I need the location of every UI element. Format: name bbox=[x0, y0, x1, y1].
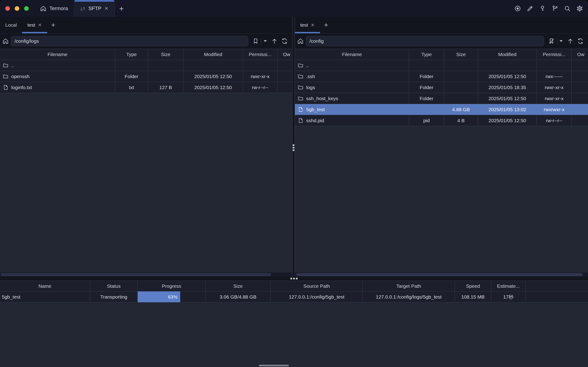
col-owner[interactable]: Ow bbox=[572, 49, 588, 60]
tab-test-label: test bbox=[27, 22, 35, 28]
key-icon bbox=[539, 5, 546, 12]
search-button[interactable] bbox=[564, 5, 571, 12]
path-value: /config bbox=[309, 38, 324, 44]
folder-icon bbox=[298, 84, 303, 90]
bookmark-dropdown-caret[interactable] bbox=[264, 40, 267, 42]
keychain-button[interactable] bbox=[551, 5, 559, 12]
col-status[interactable]: Status bbox=[90, 281, 138, 291]
col-modified[interactable]: Modified bbox=[478, 49, 537, 60]
file-row[interactable]: sshd.pid pid 4 B 2025/01/05 12:50 rw-r--… bbox=[295, 115, 588, 126]
app-tab-label: Termora bbox=[49, 6, 68, 11]
sftp-tab-close-icon[interactable]: ✕ bbox=[104, 6, 109, 11]
file-row-selected[interactable]: 5gb_test 4.88 GB 2025/01/05 13:02 rwxrwx… bbox=[295, 104, 588, 115]
right-horizontal-scrollbar[interactable] bbox=[295, 272, 588, 276]
tab-test-right[interactable]: test ✕ bbox=[295, 17, 320, 33]
col-size[interactable]: Size bbox=[148, 49, 183, 60]
tab-close-icon[interactable]: ✕ bbox=[311, 22, 315, 28]
sftp-tab-label: SFTP bbox=[88, 6, 101, 11]
tab-local[interactable]: Local bbox=[0, 17, 22, 33]
tab-test-left[interactable]: test ✕ bbox=[22, 17, 47, 33]
sftp-arrows-icon: ↓↑ bbox=[80, 6, 85, 12]
zoom-window-button[interactable] bbox=[24, 6, 29, 11]
refresh-icon[interactable] bbox=[577, 38, 584, 45]
add-pane-tab-button[interactable]: + bbox=[320, 17, 332, 33]
col-size[interactable]: Size bbox=[205, 281, 271, 291]
file-row[interactable]: loginfo.txt txt 127 B 2025/01/05 12:50 r… bbox=[0, 82, 292, 93]
file-icon bbox=[298, 117, 303, 123]
keychain-icon bbox=[552, 5, 558, 12]
path-input[interactable]: /config bbox=[306, 36, 544, 46]
col-size[interactable]: Size bbox=[444, 49, 478, 60]
titlebar: Termora ↓↑ SFTP ✕ + bbox=[0, 0, 588, 17]
file-table-header: Filename Type Size Modified Permissi... … bbox=[295, 49, 588, 60]
file-row[interactable]: .. bbox=[0, 60, 292, 71]
file-icon bbox=[298, 107, 303, 112]
new-tab-button[interactable]: + bbox=[115, 5, 128, 12]
left-pane: Local test ✕ + /config/logs bbox=[0, 17, 292, 276]
col-progress[interactable]: Progress bbox=[138, 281, 205, 291]
col-filename[interactable]: Filename bbox=[295, 49, 409, 60]
tab-sftp[interactable]: ↓↑ SFTP ✕ bbox=[74, 0, 115, 17]
left-file-table: Filename Type Size Modified Permissi... … bbox=[0, 49, 292, 93]
file-row[interactable]: .ssh Folder 2025/01/05 12:50 rwx------ bbox=[295, 71, 588, 82]
transfer-panel-splitter[interactable] bbox=[0, 276, 588, 281]
edit-icon bbox=[527, 5, 534, 12]
right-path-actions bbox=[544, 38, 588, 45]
file-icon bbox=[3, 84, 9, 90]
tab-test-label: test bbox=[300, 22, 308, 28]
settings-icon bbox=[576, 5, 583, 12]
path-input[interactable]: /config/logs bbox=[11, 36, 248, 46]
key-button[interactable] bbox=[539, 5, 546, 12]
col-source-path[interactable]: Source Path bbox=[271, 281, 363, 291]
scrollbar-thumb[interactable] bbox=[1, 273, 271, 276]
col-target-path[interactable]: Target Path bbox=[363, 281, 455, 291]
col-modified[interactable]: Modified bbox=[183, 49, 243, 60]
col-permissions[interactable]: Permissi... bbox=[243, 49, 277, 60]
col-type[interactable]: Type bbox=[409, 49, 444, 60]
right-pane: test ✕ + /config bbox=[295, 17, 588, 276]
home-icon[interactable] bbox=[2, 38, 9, 45]
record-button[interactable] bbox=[514, 5, 521, 12]
left-pane-empty-area[interactable] bbox=[0, 93, 292, 272]
file-row[interactable]: .. bbox=[295, 60, 588, 71]
right-path-bar: /config bbox=[295, 33, 588, 49]
progress-label: 63% bbox=[168, 294, 178, 300]
pane-divider[interactable] bbox=[292, 17, 295, 276]
file-row[interactable]: logs Folder 2025/01/05 18:35 rwxr-xr-x bbox=[295, 82, 588, 93]
settings-button[interactable] bbox=[576, 5, 583, 12]
col-speed[interactable]: Speed bbox=[455, 281, 491, 291]
transfer-row[interactable]: 5gb_test Transporting 63% 3.06 GB/4.88 G… bbox=[0, 292, 588, 302]
home-icon bbox=[40, 5, 47, 12]
file-row[interactable]: ssh_host_keys Folder 2025/01/05 12:50 rw… bbox=[295, 93, 588, 104]
scrollbar-thumb[interactable] bbox=[296, 273, 582, 276]
refresh-icon[interactable] bbox=[281, 38, 288, 45]
col-estimate[interactable]: Estimate... bbox=[491, 281, 526, 291]
edit-button[interactable] bbox=[526, 5, 534, 12]
col-filename[interactable]: Filename bbox=[0, 49, 115, 60]
record-icon bbox=[514, 5, 521, 12]
col-name[interactable]: Name bbox=[0, 281, 90, 291]
left-horizontal-scrollbar[interactable] bbox=[0, 272, 292, 276]
traffic-lights bbox=[0, 6, 34, 11]
add-pane-tab-button[interactable]: + bbox=[47, 17, 60, 33]
right-pane-empty-area[interactable] bbox=[295, 126, 588, 272]
parent-directory-icon[interactable] bbox=[567, 38, 574, 45]
col-type[interactable]: Type bbox=[115, 49, 148, 60]
minimize-window-button[interactable] bbox=[15, 6, 19, 11]
parent-directory-icon[interactable] bbox=[271, 38, 278, 45]
progress-bar: 63% bbox=[138, 292, 180, 302]
col-permissions[interactable]: Permissi... bbox=[537, 49, 572, 60]
bookmark-dropdown-caret[interactable] bbox=[560, 40, 563, 42]
divider-grip-dots bbox=[293, 144, 294, 151]
app-tab-termora[interactable]: Termora bbox=[34, 0, 74, 17]
divider bbox=[261, 38, 261, 45]
folder-icon bbox=[3, 74, 9, 79]
file-row[interactable]: openssh Folder 2025/01/05 12:50 rwxr-xr-… bbox=[0, 71, 292, 82]
close-window-button[interactable] bbox=[5, 6, 10, 11]
home-icon[interactable] bbox=[297, 38, 304, 45]
bookmark-icon[interactable] bbox=[252, 38, 259, 44]
bookmark-off-icon[interactable] bbox=[548, 38, 555, 44]
bottom-scrollbar-thumb[interactable] bbox=[259, 365, 289, 366]
tab-close-icon[interactable]: ✕ bbox=[38, 22, 42, 28]
col-owner[interactable]: Ow bbox=[277, 49, 292, 60]
